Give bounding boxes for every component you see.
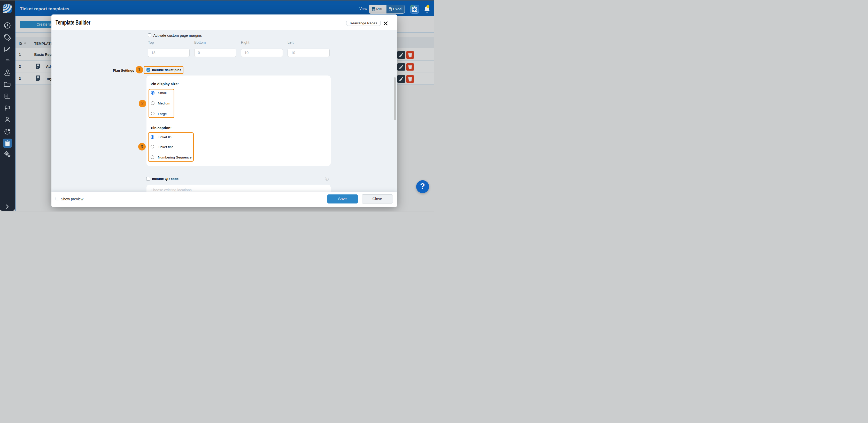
svg-text:PDF: PDF	[372, 9, 375, 10]
